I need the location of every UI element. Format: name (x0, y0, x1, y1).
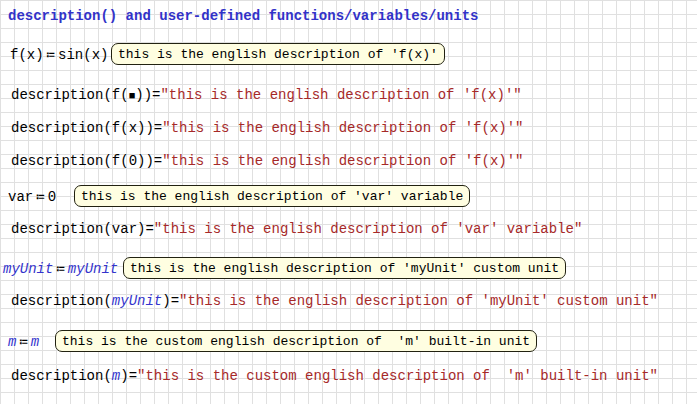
result-string: "this is the custom english description … (137, 368, 658, 384)
assign-operator: ≔ (47, 47, 55, 63)
expr-post: )= (137, 221, 154, 237)
expr-rhs: m (31, 334, 39, 350)
description-box-m[interactable]: this is the custom english description o… (55, 330, 537, 352)
expr-arg: var (112, 221, 137, 237)
expr-lhs: var (8, 189, 33, 205)
math-region-var-definition[interactable]: var≔0 (8, 189, 56, 205)
expr-post: ))= (135, 87, 160, 103)
math-region-f-definition[interactable]: f(x)≔sin(x) (10, 47, 108, 63)
expr-pre: description(f( (11, 120, 129, 136)
result-string: "this is the english description of 'var… (154, 221, 582, 237)
worksheet-canvas[interactable]: description() and user-defined functions… (0, 0, 697, 404)
result-string: "this is the english description of 'f(x… (160, 87, 521, 103)
math-region-description-var[interactable]: description(var)="this is the english de… (11, 221, 582, 237)
math-region-m-definition[interactable]: m≔m (8, 334, 39, 350)
math-region-description-myunit[interactable]: description(myUnit)="this is the english… (11, 293, 658, 309)
result-string: "this is the english description of 'f(x… (162, 153, 523, 169)
math-region-description-f-x[interactable]: description(f(x))="this is the english d… (11, 120, 524, 136)
expr-lhs: myUnit (3, 261, 53, 277)
expr-post: ))= (137, 153, 162, 169)
description-box-m-text: this is the custom english description o… (62, 334, 530, 349)
result-string: "this is the english description of 'myU… (179, 293, 658, 309)
expr-post: )= (162, 293, 179, 309)
description-box-f[interactable]: this is the english description of 'f(x)… (111, 43, 445, 65)
description-box-f-text: this is the english description of 'f(x)… (118, 47, 438, 62)
assign-operator: ≔ (36, 189, 44, 205)
assign-operator: ≔ (19, 334, 27, 350)
expr-pre: description(f( (11, 153, 129, 169)
page-title-text: description() and user-defined functions… (8, 8, 478, 24)
expr-post: )= (120, 368, 137, 384)
description-box-var[interactable]: this is the english description of 'var'… (74, 185, 470, 207)
math-region-myunit-definition[interactable]: myUnit≔myUnit (3, 261, 118, 277)
expr-rhs: sin(x) (58, 47, 108, 63)
description-box-var-text: this is the english description of 'var'… (81, 189, 463, 204)
expr-arg: m (112, 368, 120, 384)
assign-operator: ≔ (56, 261, 64, 277)
expr-pre: description( (11, 221, 112, 237)
expr-rhs: myUnit (68, 261, 118, 277)
expr-post: ))= (137, 120, 162, 136)
expr-lhs: f(x) (10, 47, 44, 63)
description-box-myunit-text: this is the english description of 'myUn… (130, 261, 559, 276)
result-string: "this is the english description of 'f(x… (162, 120, 523, 136)
math-region-description-f-placeholder[interactable]: description(f(■))="this is the english d… (11, 87, 522, 104)
page-title[interactable]: description() and user-defined functions… (8, 8, 478, 24)
expr-pre: description( (11, 293, 112, 309)
description-box-myunit[interactable]: this is the english description of 'myUn… (123, 257, 566, 279)
expr-arg: myUnit (112, 293, 162, 309)
math-region-description-m[interactable]: description(m)="this is the custom engli… (11, 368, 658, 384)
expr-pre: description( (11, 368, 112, 384)
math-region-description-f-0[interactable]: description(f(0))="this is the english d… (11, 153, 524, 169)
expr-lhs: m (8, 334, 16, 350)
expr-rhs: 0 (48, 189, 56, 205)
expr-arg: x (129, 120, 137, 136)
expr-arg: 0 (129, 153, 137, 169)
expr-pre: description(f( (11, 87, 129, 103)
